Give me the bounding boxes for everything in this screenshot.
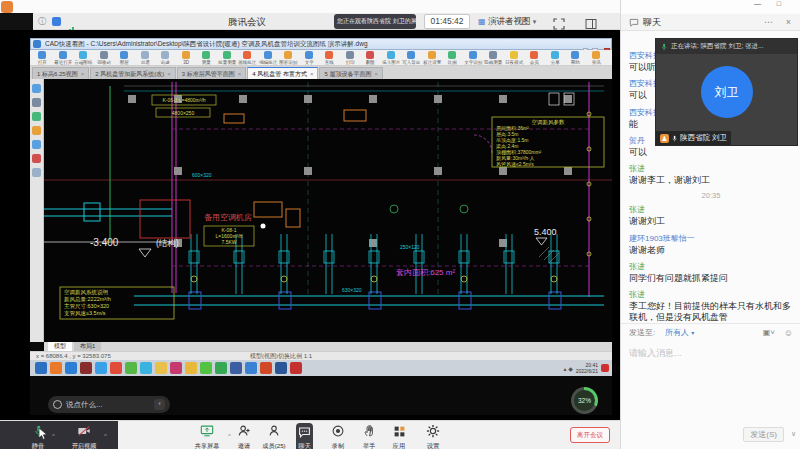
taskbar-app-icon[interactable]: [275, 362, 287, 374]
cad-tool-button[interactable]: 分享: [545, 50, 566, 65]
taskbar-app-icon[interactable]: [215, 362, 227, 374]
layout-tab[interactable]: 布局1: [74, 342, 101, 351]
cad-tool-button[interactable]: 文字识别: [463, 50, 484, 65]
side-tool-icon[interactable]: [32, 168, 41, 177]
cad-tool-button[interactable]: 资讯: [586, 50, 607, 65]
taskbar-app-icon[interactable]: [170, 362, 182, 374]
settings-button[interactable]: 设置: [411, 424, 455, 449]
model-tab[interactable]: 模型: [48, 342, 72, 351]
cad-tool-button[interactable]: 隐藏测量: [483, 50, 504, 65]
minimize-button[interactable]: —: [754, 0, 761, 7]
history-icon[interactable]: ▣˅: [763, 324, 775, 342]
speaker-video-thumbnail[interactable]: 正在讲话: 陕西省院 刘卫; 张进... 刘卫 ♟ 陕西省院 刘卫: [655, 38, 798, 146]
message-input[interactable]: [629, 346, 793, 360]
taskbar-app-icon[interactable]: [230, 362, 242, 374]
cad-tool-button[interactable]: 写入导出: [401, 50, 422, 65]
cad-file-tab[interactable]: 3 标准层风管平面图×: [177, 67, 247, 79]
cad-tool-button[interactable]: 后退: [135, 50, 156, 65]
emoji-icon[interactable]: ☺: [784, 324, 793, 342]
taskbar-app-icon[interactable]: [245, 362, 257, 374]
collapse-arrow-icon[interactable]: ‹: [154, 399, 165, 410]
send-button[interactable]: 发送(S): [743, 427, 784, 442]
leave-meeting-button[interactable]: 离开会议: [570, 427, 610, 443]
cad-tool-button[interactable]: 打印: [340, 50, 361, 65]
cad-tool-button[interactable]: 前进: [155, 50, 176, 65]
view-mode-label: 演讲者视图: [488, 16, 531, 26]
cad-file-tab[interactable]: 5 屋顶设备平面图×: [319, 67, 383, 79]
cad-tool-button[interactable]: 日夜模式: [504, 50, 525, 65]
cad-tool-button[interactable]: 云端图纸: [73, 50, 94, 65]
cad-tool-button[interactable]: 画线批注: [237, 50, 258, 65]
notification-badge-icon[interactable]: [601, 364, 609, 372]
side-tool-icon[interactable]: [32, 112, 41, 121]
view-mode-dropdown[interactable]: ▦ 演讲者视图 ▾: [478, 14, 536, 29]
tab-close-icon[interactable]: ×: [374, 71, 378, 77]
cad-window-titlebar[interactable]: CAD快速看图 - C:\Users\Administrator\Desktop…: [30, 38, 612, 50]
watching-pill[interactable]: 您正在观看陕西省院 刘卫的屏幕 ≡: [334, 14, 416, 29]
tab-close-icon[interactable]: ×: [167, 71, 171, 77]
taskbar-app-icon[interactable]: [200, 362, 212, 374]
area-label: 套内面积:625 m²: [396, 268, 455, 277]
level-note: (结构): [156, 238, 179, 248]
quick-message-toast[interactable]: 说点什么... ‹: [48, 396, 170, 413]
network-icon[interactable]: [52, 17, 61, 26]
taskbar-app-icon[interactable]: [260, 362, 272, 374]
cad-tool-button[interactable]: 测量: [196, 50, 217, 65]
side-tool-icon[interactable]: [32, 140, 41, 149]
cad-tool-button[interactable]: 打开: [32, 50, 53, 65]
cad-tool-button[interactable]: 3D: [176, 50, 197, 65]
cad-file-tab[interactable]: 2 风机盘管加新风系统(改)×: [90, 67, 176, 79]
info-icon[interactable]: ⓘ: [38, 14, 46, 29]
side-tool-icon[interactable]: [32, 98, 41, 107]
cad-tool-button[interactable]: 图层: [114, 50, 135, 65]
cad-tool-button[interactable]: 批量测量: [217, 50, 238, 65]
side-tool-icon[interactable]: [32, 84, 41, 93]
send-to-select[interactable]: 所有人 ▾: [665, 324, 694, 342]
cad-file-tab[interactable]: 4 风机盘管 布置方式×: [247, 67, 318, 79]
send-options-icon[interactable]: ∨: [791, 430, 796, 438]
more-icon[interactable]: ⋯: [764, 14, 773, 30]
taskbar-app-icon[interactable]: [95, 362, 107, 374]
cad-tool-button[interactable]: 会员: [524, 50, 545, 65]
chevron-up-icon[interactable]: ^: [104, 433, 107, 439]
cad-tool-button[interactable]: 插入图片: [381, 50, 402, 65]
cad-drawing[interactable]: K-06-3 L=4800m³/h 4800×250 备用空调机房 K-08-1…: [44, 79, 612, 342]
cad-tool-button[interactable]: 删除: [360, 50, 381, 65]
cad-tool-button[interactable]: 直线: [319, 50, 340, 65]
cad-tool-button[interactable]: 帮助: [565, 50, 586, 65]
cad-tool-button[interactable]: 回收站: [94, 50, 115, 65]
cad-tool-button[interactable]: 编辑批注: [258, 50, 279, 65]
taskbar-app-icon[interactable]: [290, 362, 302, 374]
taskbar-app-icon[interactable]: [65, 362, 77, 374]
taskbar-app-icon[interactable]: [35, 362, 47, 374]
cad-tool-button[interactable]: 标注设置: [422, 50, 443, 65]
side-tool-icon[interactable]: [32, 126, 41, 135]
taskbar-app-icon[interactable]: [125, 362, 137, 374]
tray-clock[interactable]: 20:41 2022/6/21: [576, 362, 598, 374]
taskbar-app-icon[interactable]: [185, 362, 197, 374]
cad-tool-button[interactable]: 最近打开: [53, 50, 74, 65]
chat-message: 建环1903班黎怡一 谢谢老师: [629, 233, 793, 256]
camera-button[interactable]: 开启视频: [62, 424, 106, 449]
restore-button[interactable]: □: [777, 0, 781, 7]
taskbar-app-icon[interactable]: [155, 362, 167, 374]
tray-icons[interactable]: ▴ ◆: [563, 365, 572, 372]
chat-header: 聊天 ⋯ ×: [621, 14, 800, 31]
taskbar-app-icon[interactable]: [80, 362, 92, 374]
tab-close-icon[interactable]: ×: [238, 71, 242, 77]
cad-tool-button[interactable]: 图形识别: [278, 50, 299, 65]
close-icon[interactable]: ×: [786, 14, 791, 30]
cad-tool-button[interactable]: 比例: [442, 50, 463, 65]
tab-close-icon[interactable]: ×: [310, 71, 314, 77]
cad-file-tab[interactable]: 1 标高6.25视图×: [32, 67, 89, 79]
taskbar-app-icon[interactable]: [50, 362, 62, 374]
side-tool-icon[interactable]: [32, 154, 41, 163]
cad-tool-icon: [141, 51, 149, 59]
chevron-up-icon[interactable]: ^: [52, 433, 55, 439]
taskbar-app-icon[interactable]: [140, 362, 152, 374]
meeting-app-icon[interactable]: [1, 1, 13, 13]
tab-close-icon[interactable]: ×: [81, 71, 85, 77]
taskbar-app-icon[interactable]: [110, 362, 122, 374]
cad-tool-button[interactable]: 文字: [299, 50, 320, 65]
cad-app-icon: [33, 40, 41, 48]
